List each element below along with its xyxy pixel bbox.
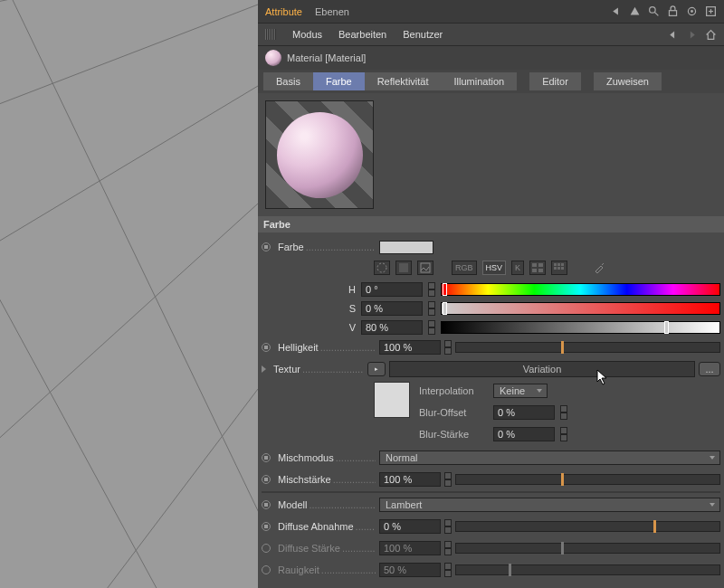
- tab-attribute[interactable]: Attribute: [265, 6, 302, 17]
- subtab-illumination[interactable]: Illumination: [442, 72, 518, 90]
- subtab-reflekt[interactable]: Reflektivität: [365, 72, 442, 90]
- label-textur: Textur: [273, 364, 364, 375]
- textur-name-field[interactable]: Variation: [389, 361, 695, 377]
- tab-ebenen[interactable]: Ebenen: [315, 6, 349, 17]
- param-radio[interactable]: [262, 453, 271, 462]
- back-nav-icon[interactable]: [610, 5, 622, 17]
- label-helligkeit: Helligkeit: [278, 342, 376, 353]
- label-modell: Modell: [278, 499, 376, 510]
- viewport-3d[interactable]: [0, 0, 258, 588]
- material-preview[interactable]: [265, 100, 374, 209]
- history-fwd-icon[interactable]: [686, 29, 698, 41]
- menu-modus[interactable]: Modus: [292, 29, 322, 40]
- blur-offset-spinner[interactable]: [560, 405, 567, 420]
- label-interpolation: Interpolation: [419, 385, 488, 396]
- swatch-list-icon[interactable]: [529, 261, 546, 275]
- textur-browse-button[interactable]: ...: [699, 362, 720, 376]
- param-radio[interactable]: [262, 475, 271, 484]
- svg-line-0: [0, 0, 258, 9]
- param-radio-disabled: [262, 544, 271, 553]
- lock-icon[interactable]: [667, 5, 679, 17]
- mischmodus-select[interactable]: Normal: [379, 450, 720, 465]
- search-icon[interactable]: [648, 5, 660, 17]
- target-icon[interactable]: [686, 5, 698, 17]
- subtab-basis[interactable]: Basis: [263, 72, 313, 90]
- mischstaerke-slider[interactable]: [455, 474, 720, 485]
- mischstaerke-spinner[interactable]: [444, 472, 452, 487]
- diffuse-staerke-input: 100 %: [379, 541, 441, 555]
- svg-rect-16: [399, 263, 408, 272]
- svg-point-11: [691, 11, 693, 13]
- expand-icon[interactable]: [262, 365, 266, 373]
- color-swatch[interactable]: [379, 241, 433, 254]
- mode-rgb-button[interactable]: RGB: [452, 261, 477, 275]
- menu-bearbeiten[interactable]: Bearbeiten: [338, 29, 386, 40]
- rauigkeit-input: 50 %: [379, 563, 441, 577]
- new-tab-icon[interactable]: [705, 5, 717, 17]
- label-mischstaerke: Mischstärke: [278, 474, 376, 485]
- material-sphere-icon: [265, 50, 281, 66]
- subtab-zuweisen[interactable]: Zuweisen: [594, 72, 662, 90]
- svg-rect-26: [557, 267, 560, 270]
- label-diffuse-staerke: Diffuse Stärke: [278, 543, 376, 554]
- diffuse-abnahme-slider[interactable]: [455, 521, 720, 532]
- menu-benutzer[interactable]: Benutzer: [403, 29, 443, 40]
- svg-rect-22: [554, 263, 557, 266]
- material-name: Material [Material]: [287, 52, 366, 63]
- section-header-farbe: Farbe: [258, 216, 724, 232]
- v-spinner[interactable]: [428, 320, 435, 335]
- diffuse-abnahme-spinner[interactable]: [444, 519, 452, 534]
- grip-icon: [265, 29, 276, 40]
- param-radio[interactable]: [262, 242, 271, 251]
- mischstaerke-input[interactable]: 100 %: [379, 472, 441, 487]
- param-radio[interactable]: [262, 500, 271, 509]
- label-rauigkeit: Rauigkeit: [278, 564, 376, 575]
- picker-spectrum-icon[interactable]: [395, 261, 412, 275]
- svg-point-15: [377, 263, 386, 272]
- param-radio[interactable]: [262, 343, 271, 352]
- attribute-panel: Attribute Ebenen Modus Bearbeiten Benutz…: [258, 0, 724, 588]
- eyedropper-icon[interactable]: [591, 261, 607, 275]
- blur-offset-input[interactable]: 0 %: [493, 405, 555, 420]
- helligkeit-input[interactable]: 100 %: [379, 340, 441, 355]
- diffuse-staerke-slider: [455, 543, 720, 554]
- v-label: V: [343, 322, 356, 333]
- blur-staerke-spinner[interactable]: [560, 427, 567, 441]
- diffuse-abnahme-input[interactable]: 0 %: [379, 519, 441, 534]
- swatch-grid-icon[interactable]: [551, 261, 567, 275]
- modell-select[interactable]: Lambert: [379, 498, 720, 512]
- s-spinner[interactable]: [428, 301, 435, 316]
- home-icon[interactable]: [705, 29, 717, 41]
- textur-dropdown-arrow[interactable]: ▸: [367, 362, 386, 376]
- picker-image-icon[interactable]: [417, 261, 433, 275]
- svg-rect-27: [561, 267, 564, 270]
- param-radio[interactable]: [262, 522, 271, 531]
- textur-thumbnail[interactable]: [374, 382, 410, 418]
- up-nav-icon[interactable]: [629, 5, 641, 17]
- subtab-farbe[interactable]: Farbe: [313, 72, 365, 90]
- svg-line-5: [0, 0, 258, 588]
- param-radio-disabled: [262, 565, 271, 574]
- history-back-icon[interactable]: [667, 29, 679, 41]
- svg-rect-9: [669, 11, 676, 16]
- preview-sphere-icon: [277, 112, 363, 198]
- h-spinner[interactable]: [428, 282, 435, 297]
- s-input[interactable]: 0 %: [361, 301, 423, 316]
- rauigkeit-slider: [455, 564, 720, 575]
- picker-wheel-icon[interactable]: [374, 261, 390, 275]
- blur-staerke-input[interactable]: 0 %: [493, 427, 555, 441]
- helligkeit-spinner[interactable]: [444, 340, 452, 355]
- h-input[interactable]: 0 °: [361, 282, 423, 297]
- svg-line-8: [654, 12, 658, 15]
- mode-hsv-button[interactable]: HSV: [482, 261, 507, 275]
- subtab-editor[interactable]: Editor: [529, 72, 581, 90]
- interpolation-select[interactable]: Keine: [493, 384, 548, 398]
- sat-slider[interactable]: [441, 302, 720, 315]
- v-input[interactable]: 80 %: [361, 320, 423, 335]
- svg-rect-23: [557, 263, 560, 266]
- helligkeit-slider[interactable]: [455, 342, 720, 353]
- mode-k-button[interactable]: K: [511, 261, 524, 275]
- rauigkeit-spinner: [444, 563, 452, 577]
- hue-slider[interactable]: [441, 283, 720, 296]
- val-slider[interactable]: [441, 321, 720, 334]
